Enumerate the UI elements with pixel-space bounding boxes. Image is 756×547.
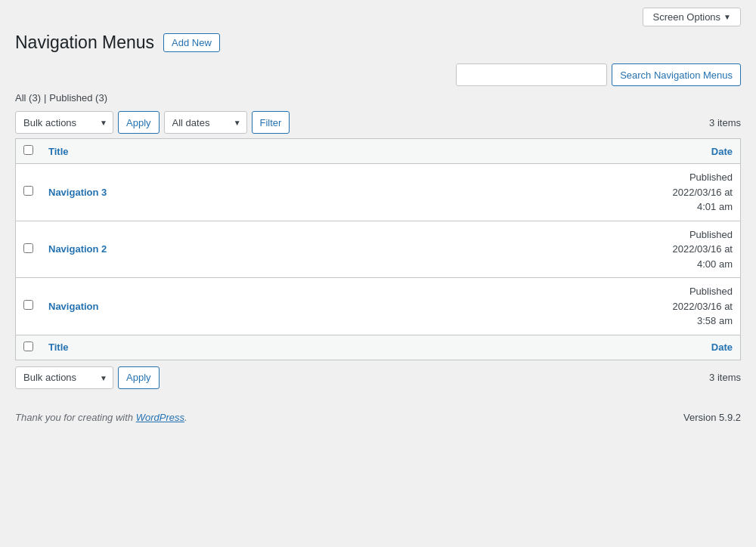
row-title-cell-1: Navigation 2 xyxy=(41,221,599,278)
status-filter-nav: All (3) | Published (3) xyxy=(15,92,741,104)
table-body: Navigation 3 Published2022/03/16 at4:01 … xyxy=(16,164,741,335)
row-title-link-2[interactable]: Navigation xyxy=(48,301,98,312)
col-footer-date[interactable]: Date xyxy=(599,335,740,360)
footer-bar: Thank you for creating with WordPress. V… xyxy=(15,412,741,423)
version-text: Version 5.9.2 xyxy=(683,412,741,423)
bulk-left-bottom: Bulk actions ▼ Apply xyxy=(15,366,160,389)
filter-separator: | xyxy=(44,92,46,104)
page-title: Navigation Menus xyxy=(15,32,154,53)
bulk-actions-select-wrap-bottom: Bulk actions ▼ xyxy=(15,366,113,389)
bulk-actions-select-top[interactable]: Bulk actions xyxy=(15,111,113,134)
row-checkbox-0[interactable] xyxy=(23,186,33,196)
all-dates-select[interactable]: All dates xyxy=(164,111,247,134)
table-row: Navigation 3 Published2022/03/16 at4:01 … xyxy=(16,164,741,221)
bulk-actions-bottom: Bulk actions ▼ Apply 3 items xyxy=(15,366,741,389)
item-count-bottom: 3 items xyxy=(709,372,741,383)
row-checkbox-1[interactable] xyxy=(23,243,33,253)
apply-button-bottom[interactable]: Apply xyxy=(118,366,160,389)
chevron-down-icon: ▼ xyxy=(723,13,731,21)
row-checkbox-cell-1 xyxy=(16,221,42,278)
search-input[interactable] xyxy=(456,63,607,86)
row-checkbox-cell-2 xyxy=(16,278,42,335)
bulk-actions-select-wrap-top: Bulk actions ▼ xyxy=(15,111,113,134)
all-dates-select-wrap: All dates ▼ xyxy=(164,111,247,134)
navigation-menus-table: Title Date Navigation 3 Published2022/03… xyxy=(15,138,741,360)
screen-options-label: Screen Options xyxy=(652,11,720,23)
row-title-link-0[interactable]: Navigation 3 xyxy=(48,187,107,198)
row-date-cell-2: Published2022/03/16 at3:58 am xyxy=(599,278,740,335)
search-row: Search Navigation Menus xyxy=(15,63,741,86)
wordpress-link[interactable]: WordPress xyxy=(136,412,184,423)
footer-text: Thank you for creating with WordPress. xyxy=(15,412,187,423)
row-checkbox-2[interactable] xyxy=(23,300,33,310)
col-footer-title[interactable]: Title xyxy=(41,335,599,360)
select-all-checkbox-foot[interactable] xyxy=(23,341,33,351)
add-new-button[interactable]: Add New xyxy=(163,33,220,52)
select-all-checkbox-col xyxy=(16,139,42,164)
table-header-row: Title Date xyxy=(16,139,741,164)
row-title-cell-0: Navigation 3 xyxy=(41,164,599,221)
bulk-actions-select-bottom[interactable]: Bulk actions xyxy=(15,366,113,389)
bulk-left-top: Bulk actions ▼ Apply All dates ▼ Filter xyxy=(15,111,290,134)
select-all-checkbox-col-foot xyxy=(16,335,42,360)
published-filter-link[interactable]: Published (3) xyxy=(49,92,107,104)
apply-button-top[interactable]: Apply xyxy=(118,111,160,134)
row-date-cell-1: Published2022/03/16 at4:00 am xyxy=(599,221,740,278)
col-header-title[interactable]: Title xyxy=(41,139,599,164)
all-filter-anchor[interactable]: All (3) xyxy=(15,92,41,104)
row-title-cell-2: Navigation xyxy=(41,278,599,335)
select-all-checkbox[interactable] xyxy=(23,145,33,155)
filter-button[interactable]: Filter xyxy=(252,111,290,134)
table-footer-row: Title Date xyxy=(16,335,741,360)
row-title-link-1[interactable]: Navigation 2 xyxy=(48,243,107,255)
page-header: Navigation Menus Add New xyxy=(15,32,741,53)
all-filter-link[interactable]: All (3) xyxy=(15,92,41,104)
row-checkbox-cell-0 xyxy=(16,164,42,221)
bulk-actions-top: Bulk actions ▼ Apply All dates ▼ Filter … xyxy=(15,111,741,134)
row-date-cell-0: Published2022/03/16 at4:01 am xyxy=(599,164,740,221)
published-filter-anchor[interactable]: Published (3) xyxy=(49,92,107,104)
table-row: Navigation Published2022/03/16 at3:58 am xyxy=(16,278,741,335)
col-header-date[interactable]: Date xyxy=(599,139,740,164)
search-navigation-menus-button[interactable]: Search Navigation Menus xyxy=(612,63,741,86)
item-count-top: 3 items xyxy=(709,117,741,128)
table-row: Navigation 2 Published2022/03/16 at4:00 … xyxy=(16,221,741,278)
screen-options-button[interactable]: Screen Options ▼ xyxy=(643,8,741,26)
